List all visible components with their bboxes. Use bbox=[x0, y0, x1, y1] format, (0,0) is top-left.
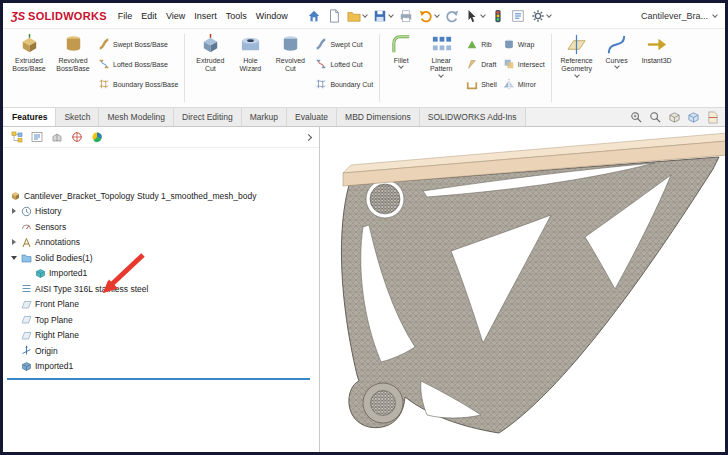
swept-cut-icon bbox=[315, 38, 327, 50]
menu-window[interactable]: Window bbox=[256, 11, 288, 21]
expand-toggle[interactable] bbox=[10, 239, 18, 245]
hole-wizard-button[interactable]: HoleWizard bbox=[232, 30, 268, 74]
intersect-icon bbox=[503, 58, 515, 70]
swept-cut-button[interactable]: Swept Cut bbox=[315, 38, 373, 50]
tab-sketch[interactable]: Sketch bbox=[56, 108, 99, 126]
curves-dropdown-caret[interactable] bbox=[614, 64, 620, 70]
boundary-boss-icon bbox=[98, 78, 110, 90]
tab-mbd-dimensions[interactable]: MBD Dimensions bbox=[337, 108, 420, 126]
draft-button[interactable]: Draft bbox=[466, 58, 497, 70]
open-dropdown-caret[interactable] bbox=[362, 12, 368, 18]
tree-item-right-plane[interactable]: Right Plane bbox=[3, 328, 319, 344]
save-dropdown-caret[interactable] bbox=[388, 12, 394, 18]
undo-dropdown-caret[interactable] bbox=[434, 12, 440, 18]
tree-item-front-plane[interactable]: Front Plane bbox=[3, 297, 319, 313]
tab-mesh-modeling[interactable]: Mesh Modeling bbox=[99, 108, 174, 126]
property-manager-tab-icon[interactable] bbox=[31, 131, 43, 143]
swept-boss-base-button[interactable]: Swept Boss/Base bbox=[98, 38, 178, 50]
tree-item-annotations[interactable]: Annotations bbox=[3, 235, 319, 251]
file-properties-button[interactable] bbox=[511, 9, 525, 23]
expand-toggle[interactable] bbox=[10, 256, 18, 260]
tree-item-material[interactable]: AISI Type 316L stainless steel bbox=[3, 281, 319, 297]
tree-item-origin[interactable]: Origin bbox=[3, 343, 319, 359]
intersect-button[interactable]: Intersect bbox=[503, 58, 545, 70]
home-button[interactable] bbox=[307, 9, 321, 23]
zoom-area-icon[interactable] bbox=[630, 111, 643, 124]
extruded-boss-base-button[interactable]: ExtrudedBoss/Base bbox=[7, 30, 51, 74]
plane-icon bbox=[21, 299, 32, 310]
curves-button[interactable]: Curves bbox=[599, 30, 635, 68]
redo-icon bbox=[445, 9, 459, 23]
menu-view[interactable]: View bbox=[166, 11, 185, 21]
display-style-icon[interactable] bbox=[687, 111, 700, 124]
dimxpert-manager-tab-icon[interactable] bbox=[71, 131, 83, 143]
undo-icon bbox=[419, 9, 433, 23]
display-manager-tab-icon[interactable] bbox=[91, 131, 103, 143]
tab-evaluate[interactable]: Evaluate bbox=[287, 108, 337, 126]
solid-bodies-folder-icon bbox=[21, 252, 32, 263]
tree-item-solid-bodies[interactable]: Solid Bodies(1) bbox=[3, 250, 319, 266]
reference-geometry-icon bbox=[565, 33, 588, 56]
document-title[interactable]: Cantilever_Bra... bbox=[641, 11, 708, 21]
heads-up-toolbar bbox=[630, 108, 725, 126]
menu-file[interactable]: File bbox=[118, 11, 133, 21]
document-dropdown-caret[interactable] bbox=[712, 12, 718, 18]
tree-item-top-plane[interactable]: Top Plane bbox=[3, 312, 319, 328]
imported-body-icon bbox=[35, 268, 46, 279]
tab-markup[interactable]: Markup bbox=[242, 108, 287, 126]
lofted-boss-base-button[interactable]: Lofted Boss/Base bbox=[98, 58, 178, 70]
configuration-manager-tab-icon[interactable] bbox=[51, 131, 63, 143]
open-button[interactable] bbox=[347, 9, 367, 23]
fillet-button[interactable]: Fillet bbox=[383, 30, 419, 68]
save-button[interactable] bbox=[373, 9, 393, 23]
model-canvas[interactable] bbox=[323, 127, 725, 452]
tab-direct-editing[interactable]: Direct Editing bbox=[174, 108, 242, 126]
new-document-button[interactable] bbox=[327, 9, 341, 23]
tree-item-history[interactable]: History bbox=[3, 204, 319, 220]
revolved-cut-button[interactable]: RevolvedCut bbox=[268, 30, 312, 74]
solidworks-window: ƷS SOLIDWORKS File Edit View Insert Tool… bbox=[0, 0, 728, 455]
tree-item-imported1-feature[interactable]: Imported1 bbox=[3, 359, 319, 375]
boundary-cut-button[interactable]: Boundary Cut bbox=[315, 78, 373, 90]
print-button[interactable] bbox=[399, 9, 413, 23]
mirror-button[interactable]: Mirror bbox=[503, 78, 545, 90]
revolved-boss-base-button[interactable]: RevolvedBoss/Base bbox=[51, 30, 95, 74]
solidworks-logo: ƷS SOLIDWORKS bbox=[11, 10, 107, 22]
rebuild-button[interactable] bbox=[491, 9, 505, 23]
view-orientation-icon[interactable] bbox=[668, 111, 681, 124]
tab-solidworks-add-ins[interactable]: SOLIDWORKS Add-Ins bbox=[420, 108, 526, 126]
linear-pattern-button[interactable]: LinearPattern bbox=[419, 30, 463, 77]
menu-edit[interactable]: Edit bbox=[141, 11, 157, 21]
fillet-dropdown-caret[interactable] bbox=[398, 64, 404, 70]
tab-features[interactable]: Features bbox=[4, 108, 56, 126]
menu-insert[interactable]: Insert bbox=[194, 11, 217, 21]
extruded-cut-button[interactable]: ExtrudedCut bbox=[188, 30, 232, 74]
instant3d-button[interactable]: Instant3D bbox=[635, 30, 679, 65]
rollback-bar[interactable] bbox=[7, 378, 310, 380]
wrap-button[interactable]: Wrap bbox=[503, 38, 545, 50]
options-dropdown-caret[interactable] bbox=[546, 12, 552, 18]
graphics-viewport[interactable] bbox=[320, 127, 725, 452]
options-button[interactable] bbox=[531, 9, 551, 23]
tree-item-imported1-body[interactable]: Imported1 bbox=[3, 266, 319, 282]
menu-tools[interactable]: Tools bbox=[226, 11, 247, 21]
select-dropdown-caret[interactable] bbox=[480, 12, 486, 18]
reference-geometry-button[interactable]: ReferenceGeometry bbox=[555, 30, 599, 77]
tree-item-sensors[interactable]: Sensors bbox=[3, 219, 319, 235]
panel-collapse-arrow[interactable] bbox=[305, 133, 312, 140]
undo-button[interactable] bbox=[419, 9, 439, 23]
select-button[interactable] bbox=[465, 9, 485, 23]
shell-button[interactable]: Shell bbox=[466, 78, 497, 90]
brand-name: SOLIDWORKS bbox=[28, 10, 107, 22]
zoom-fit-icon[interactable] bbox=[649, 111, 662, 124]
lofted-cut-button[interactable]: Lofted Cut bbox=[315, 58, 373, 70]
expand-toggle[interactable] bbox=[10, 208, 18, 214]
reference-geometry-dropdown-caret[interactable] bbox=[574, 72, 580, 78]
section-view-icon[interactable] bbox=[706, 111, 719, 124]
boundary-boss-base-button[interactable]: Boundary Boss/Base bbox=[98, 78, 178, 90]
ribbon-group-boss-features: ExtrudedBoss/Base RevolvedBoss/Base Swep… bbox=[5, 30, 183, 106]
tree-root[interactable]: Cantilever_Bracket_Topology Study 1_smoo… bbox=[3, 188, 319, 204]
redo-button[interactable] bbox=[445, 9, 459, 23]
feature-manager-tab-icon[interactable] bbox=[11, 131, 23, 143]
rib-button[interactable]: Rib bbox=[466, 38, 497, 50]
